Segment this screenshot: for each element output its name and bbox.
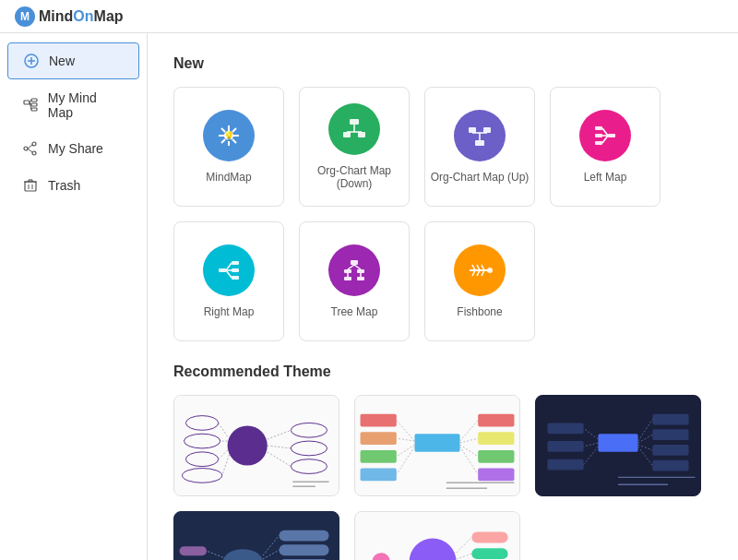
logo-mind: Mind <box>39 8 73 24</box>
svg-point-10 <box>32 142 36 146</box>
sidebar-item-my-share[interactable]: My Share <box>7 131 139 166</box>
map-card-tree-map[interactable]: Tree Map <box>299 221 410 341</box>
svg-rect-53 <box>219 268 226 272</box>
svg-rect-98 <box>361 432 397 445</box>
theme-card-4[interactable] <box>173 511 339 560</box>
svg-rect-35 <box>358 132 365 137</box>
svg-rect-116 <box>598 434 637 452</box>
svg-rect-143 <box>180 546 207 555</box>
map-card-right-map[interactable]: Right Map <box>173 221 284 341</box>
svg-line-52 <box>602 136 608 143</box>
svg-line-66 <box>354 265 361 269</box>
share-icon <box>22 140 39 157</box>
new-section-title: New <box>173 55 712 72</box>
theme-card-1[interactable] <box>173 395 339 496</box>
svg-point-11 <box>32 151 36 155</box>
svg-rect-56 <box>232 276 239 280</box>
svg-rect-42 <box>483 127 491 133</box>
svg-rect-4 <box>31 99 37 101</box>
svg-rect-100 <box>361 469 397 482</box>
theme-card-3[interactable] <box>535 395 701 496</box>
svg-rect-62 <box>357 269 364 273</box>
svg-rect-107 <box>478 450 514 463</box>
right-map-icon <box>203 244 255 296</box>
svg-rect-5 <box>31 103 37 106</box>
svg-rect-46 <box>608 134 615 137</box>
svg-rect-136 <box>280 544 329 555</box>
trash-icon <box>22 177 39 194</box>
svg-rect-40 <box>475 140 484 146</box>
header: M MindOnMap <box>0 0 738 33</box>
logo-on: On <box>73 8 93 24</box>
sidebar-item-trash[interactable]: Trash <box>7 168 139 203</box>
org-down-icon <box>328 103 380 155</box>
svg-rect-47 <box>595 126 602 130</box>
main-layout: New My Mind Map My Share Trash New <box>0 33 738 560</box>
svg-line-50 <box>602 128 608 136</box>
content-area: New 💡 <box>148 33 738 560</box>
sidebar-new-label: New <box>49 54 75 68</box>
mindmap-label: MindMap <box>206 171 251 184</box>
sidebar-item-my-mind-map[interactable]: My Mind Map <box>7 81 139 129</box>
org-up-icon <box>454 110 506 161</box>
right-map-label: Right Map <box>204 305 255 318</box>
svg-rect-48 <box>595 134 602 137</box>
svg-line-59 <box>226 270 232 278</box>
theme-grid <box>173 395 712 560</box>
svg-rect-135 <box>280 530 329 542</box>
svg-rect-118 <box>652 429 688 440</box>
map-card-mindmap[interactable]: 💡 MindMap <box>173 87 284 207</box>
svg-rect-153 <box>471 532 507 543</box>
logo-text: MindOnMap <box>39 8 124 25</box>
svg-rect-55 <box>232 268 239 272</box>
svg-rect-64 <box>357 277 364 280</box>
theme-card-2[interactable] <box>354 395 520 496</box>
svg-rect-117 <box>652 414 688 425</box>
svg-rect-6 <box>31 108 37 111</box>
logo-map: Map <box>94 8 124 24</box>
svg-rect-3 <box>24 101 30 104</box>
theme-section-title: Recommended Theme <box>173 363 712 380</box>
left-map-label: Left Map <box>584 171 627 184</box>
svg-rect-97 <box>361 414 397 427</box>
svg-point-76 <box>487 268 493 273</box>
theme-card-5[interactable] <box>354 511 520 560</box>
svg-text:💡: 💡 <box>223 130 235 142</box>
fishbone-label: Fishbone <box>457 305 502 318</box>
left-map-icon <box>579 110 631 161</box>
new-icon <box>23 53 40 69</box>
svg-rect-108 <box>478 469 514 482</box>
sidebar: New My Mind Map My Share Trash <box>0 33 148 560</box>
svg-rect-154 <box>471 548 507 559</box>
org-down-label: Org-Chart Map (Down) <box>300 164 409 190</box>
logo: M MindOnMap <box>15 6 124 27</box>
svg-rect-119 <box>652 445 688 456</box>
map-card-org-down[interactable]: Org-Chart Map (Down) <box>299 87 410 207</box>
tree-map-icon <box>328 244 380 296</box>
sidebar-share-label: My Share <box>48 141 103 156</box>
sidebar-mind-map-label: My Mind Map <box>48 90 125 120</box>
svg-rect-49 <box>595 141 602 145</box>
map-card-left-map[interactable]: Left Map <box>550 87 661 207</box>
map-grid: 💡 MindMap <box>173 87 712 341</box>
org-up-label: Org-Chart Map (Up) <box>431 171 530 184</box>
map-card-org-up[interactable]: Org-Chart Map (Up) <box>424 87 535 207</box>
svg-line-14 <box>28 149 32 152</box>
svg-rect-99 <box>361 450 397 463</box>
svg-rect-96 <box>414 434 459 452</box>
svg-rect-34 <box>343 132 351 137</box>
svg-rect-106 <box>478 432 514 445</box>
svg-line-13 <box>28 145 32 149</box>
svg-line-57 <box>226 263 232 270</box>
svg-rect-61 <box>344 269 351 273</box>
svg-rect-127 <box>547 459 583 471</box>
sidebar-item-new[interactable]: New <box>7 42 139 79</box>
svg-point-78 <box>228 425 268 465</box>
svg-rect-120 <box>652 460 688 471</box>
svg-line-65 <box>348 265 354 269</box>
svg-rect-125 <box>547 423 583 434</box>
svg-rect-126 <box>547 441 583 452</box>
svg-rect-63 <box>344 277 351 280</box>
map-card-fishbone[interactable]: Fishbone <box>424 221 535 341</box>
logo-icon: M <box>15 6 35 27</box>
